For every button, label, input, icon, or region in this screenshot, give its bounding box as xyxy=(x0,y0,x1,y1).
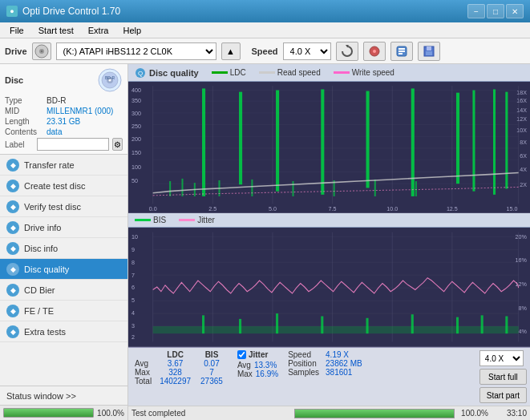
svg-text:8%: 8% xyxy=(519,304,528,311)
disc-label-button[interactable]: ⚙ xyxy=(112,138,123,151)
drive-select[interactable]: (K:) ATAPI iHBS112 2 CL0K xyxy=(56,42,216,60)
speed-select[interactable]: 4.0 X xyxy=(283,42,331,60)
svg-point-2 xyxy=(41,50,42,52)
svg-text:5.0: 5.0 xyxy=(269,205,277,212)
menu-bar: File Start test Extra Help xyxy=(0,22,530,38)
bis-chart-header: BIS Jitter xyxy=(128,213,530,228)
bottom-progress-percent: 100.0% xyxy=(461,409,488,418)
svg-text:8X: 8X xyxy=(520,139,527,146)
sidebar-item-extra-tests[interactable]: ◆ Extra tests xyxy=(0,321,127,342)
svg-rect-116 xyxy=(153,326,519,333)
svg-text:3: 3 xyxy=(131,322,135,329)
disc-label-row: Label ⚙ xyxy=(5,138,123,151)
svg-rect-117 xyxy=(202,315,204,333)
write-legend-label: Write speed xyxy=(352,68,394,77)
svg-text:16X: 16X xyxy=(516,97,527,104)
start-full-button[interactable]: Start full xyxy=(479,369,527,385)
nav-label-disc-info: Disc info xyxy=(24,244,58,253)
svg-rect-121 xyxy=(366,318,369,333)
svg-text:18X: 18X xyxy=(516,89,527,96)
svg-rect-76 xyxy=(292,181,293,196)
svg-rect-125 xyxy=(505,316,508,333)
jitter-checkbox[interactable] xyxy=(237,350,246,359)
sidebar-item-drive-info[interactable]: ◆ Drive info xyxy=(0,217,127,238)
status-text: Test completed xyxy=(131,409,291,418)
svg-text:8: 8 xyxy=(131,258,135,265)
svg-text:6: 6 xyxy=(131,284,135,291)
jitter-max-label: Max xyxy=(237,370,253,378)
sidebar-item-disc-info[interactable]: ◆ Disc info xyxy=(0,238,127,259)
sidebar-progress-bar xyxy=(3,408,94,418)
menu-extra[interactable]: Extra xyxy=(82,24,115,37)
svg-text:400: 400 xyxy=(131,87,141,94)
svg-text:100: 100 xyxy=(131,164,141,171)
svg-text:10.0: 10.0 xyxy=(386,205,398,212)
title-bar-left: ● Opti Drive Control 1.70 xyxy=(6,6,120,17)
svg-rect-79 xyxy=(415,181,417,196)
menu-start-test[interactable]: Start test xyxy=(32,24,80,37)
maximize-button[interactable]: □ xyxy=(487,4,504,18)
menu-file[interactable]: File xyxy=(3,24,30,37)
sidebar-item-verify-test-disc[interactable]: ◆ Verify test disc xyxy=(0,196,127,217)
svg-text:7.5: 7.5 xyxy=(329,205,337,212)
disc-btn2[interactable] xyxy=(390,42,413,61)
svg-text:150: 150 xyxy=(131,149,141,156)
position-label: Position xyxy=(285,359,322,368)
minimize-button[interactable]: − xyxy=(467,4,485,18)
speed-stat-value: 4.19 X xyxy=(322,350,366,359)
app-icon: ● xyxy=(6,6,18,17)
save-btn[interactable] xyxy=(418,42,440,61)
svg-rect-70 xyxy=(505,92,508,189)
speed-dropdown[interactable]: 4.0 X xyxy=(479,350,524,366)
start-part-button[interactable]: Start part xyxy=(479,387,527,403)
ldc-legend-label: LDC xyxy=(230,68,246,77)
svg-text:2X: 2X xyxy=(520,181,527,188)
read-legend-dot xyxy=(259,71,275,74)
svg-text:6X: 6X xyxy=(520,151,527,159)
svg-rect-12 xyxy=(426,51,432,55)
sidebar-item-transfer-rate[interactable]: ◆ Transfer rate xyxy=(0,155,127,176)
jitter-legend-dot xyxy=(179,219,195,221)
nav-label-fe-te: FE / TE xyxy=(24,306,54,316)
close-button[interactable]: ✕ xyxy=(506,4,524,18)
eject-button[interactable]: ▲ xyxy=(221,42,241,60)
status-window-button[interactable]: Status window >> xyxy=(0,386,127,406)
bis-legend-dot xyxy=(135,219,151,221)
menu-help[interactable]: Help xyxy=(116,24,148,37)
sidebar-item-fe-te[interactable]: ◆ FE / TE xyxy=(0,301,127,321)
extra-tests-icon: ◆ xyxy=(6,325,19,338)
sidebar-item-cd-bier[interactable]: ◆ CD Bier xyxy=(0,280,127,301)
drive-icon-btn[interactable] xyxy=(32,42,51,60)
verify-test-disc-icon: ◆ xyxy=(6,200,19,213)
jitter-max-row: Max 16.9% xyxy=(237,370,278,378)
svg-text:10X: 10X xyxy=(516,127,527,134)
write-legend-dot xyxy=(334,71,350,74)
read-legend-label: Read speed xyxy=(277,68,321,77)
nav-label-disc-quality: Disc quality xyxy=(24,265,69,274)
disc-contents-row: Contents data xyxy=(5,127,123,136)
drive-info-icon: ◆ xyxy=(6,221,19,234)
svg-rect-66 xyxy=(411,88,415,196)
svg-text:10.0: 10.0 xyxy=(386,345,398,346)
disc-type-value: BD-R xyxy=(47,96,123,105)
disc-contents-value: data xyxy=(47,127,123,136)
disc-type-label: Type xyxy=(5,96,47,105)
svg-rect-7 xyxy=(399,48,405,50)
nav-label-verify-test-disc: Verify test disc xyxy=(24,202,81,212)
quality-header-icon: Q xyxy=(135,67,146,79)
svg-rect-63 xyxy=(276,91,279,192)
svg-text:15.0: 15.0 xyxy=(507,205,518,212)
disc-label-input[interactable] xyxy=(37,138,109,151)
disc-btn1[interactable] xyxy=(363,42,386,61)
svg-text:2.5: 2.5 xyxy=(208,205,216,212)
position-value: 23862 MB xyxy=(322,359,366,368)
sidebar-item-disc-quality[interactable]: ◆ Disc quality xyxy=(0,259,127,280)
sidebar-item-create-test-disc[interactable]: ◆ Create test disc xyxy=(0,176,127,196)
refresh-drive-btn[interactable] xyxy=(336,42,358,61)
svg-text:4: 4 xyxy=(131,309,135,317)
svg-rect-64 xyxy=(321,89,324,194)
bottom-progress-fill xyxy=(295,410,454,418)
disc-panel-title: Disc xyxy=(5,75,23,85)
svg-rect-9 xyxy=(399,53,403,55)
svg-rect-71 xyxy=(169,181,171,196)
